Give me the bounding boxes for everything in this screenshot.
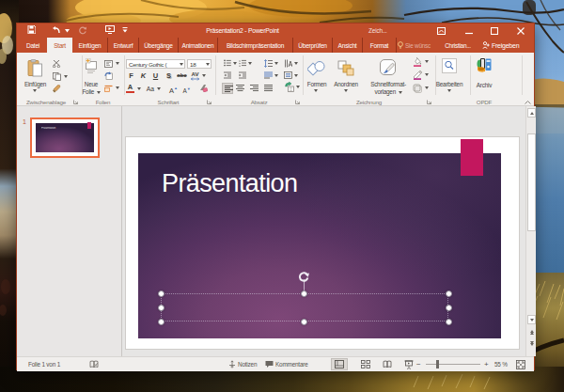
strikethrough-button[interactable]: abc <box>176 71 188 80</box>
contextual-group-label[interactable]: Zeich... <box>368 25 387 36</box>
close-icon[interactable] <box>514 24 527 38</box>
previous-slide-icon[interactable] <box>527 327 536 337</box>
resize-handle-mid-right[interactable] <box>446 305 452 311</box>
align-left-icon[interactable] <box>222 83 233 94</box>
zoom-slider-track[interactable] <box>426 364 480 365</box>
paragraph-dialog-launcher-icon[interactable] <box>295 100 300 104</box>
scrollbar-thumb[interactable] <box>527 133 536 231</box>
spacing-dropdown-icon[interactable] <box>202 74 206 77</box>
slide-canvas[interactable]: Präsentation <box>126 137 519 349</box>
font-color-dropdown-icon[interactable] <box>137 87 141 90</box>
arrange-icon[interactable] <box>337 60 354 77</box>
text-direction-icon[interactable] <box>284 59 292 68</box>
paste-dropdown-icon[interactable] <box>33 89 37 92</box>
numbering-icon[interactable] <box>239 59 246 67</box>
rotate-handle-icon[interactable] <box>298 269 309 286</box>
scroll-up-icon[interactable] <box>527 108 536 118</box>
align-center-icon[interactable] <box>236 85 244 92</box>
align-text-dropdown-icon[interactable] <box>274 74 278 77</box>
zoom-slider-thumb[interactable] <box>436 360 439 368</box>
new-slide-button[interactable]: Neue <box>75 81 107 87</box>
font-color-button[interactable]: A <box>126 84 134 93</box>
vertical-align-dropdown-icon[interactable] <box>294 74 298 77</box>
indent-increase-icon[interactable] <box>239 71 246 79</box>
customize-qat-icon[interactable] <box>122 27 128 33</box>
quick-styles-button[interactable]: Schnellformat- <box>370 81 406 87</box>
arrange-dropdown-icon[interactable] <box>344 89 348 92</box>
reset-icon[interactable] <box>104 71 113 80</box>
shape-outline-icon[interactable] <box>413 71 422 80</box>
scroll-down-icon[interactable] <box>527 315 536 324</box>
resize-handle-bottom-right[interactable] <box>446 319 452 325</box>
shapes-icon[interactable] <box>307 60 325 77</box>
align-right-icon[interactable] <box>250 85 258 92</box>
tab-ueberpruefen[interactable]: Überprüfen <box>293 38 333 53</box>
align-text-icon[interactable] <box>264 71 273 79</box>
slide-indicator[interactable]: Folie 1 von 1 <box>28 357 60 371</box>
bold-button[interactable]: F <box>127 71 135 80</box>
font-size-combobox[interactable]: 18 <box>187 59 212 69</box>
slide-thumbnail-panel[interactable]: 1 Präsentation <box>17 106 122 356</box>
save-icon[interactable] <box>27 25 36 34</box>
quick-styles-icon[interactable] <box>379 58 398 77</box>
collapse-ribbon-icon[interactable] <box>525 100 531 104</box>
italic-button[interactable]: K <box>139 71 148 80</box>
zoom-out-button[interactable]: − <box>416 357 420 371</box>
resize-handle-bottom-center[interactable] <box>301 319 307 325</box>
case-dropdown-icon[interactable] <box>157 87 161 90</box>
resize-handle-top-right[interactable] <box>446 290 452 297</box>
next-slide-icon[interactable] <box>527 338 536 349</box>
shapes-dropdown-icon[interactable] <box>314 89 318 92</box>
copy-icon[interactable] <box>53 72 61 81</box>
slide-thumbnail[interactable]: Präsentation <box>30 118 100 158</box>
tab-entwurf[interactable]: Entwurf <box>108 38 139 53</box>
text-shadow-button[interactable]: S <box>164 71 173 80</box>
spellcheck-book-icon[interactable] <box>89 357 99 371</box>
cut-scissors-icon[interactable] <box>53 60 61 68</box>
slide-editing-area[interactable]: Präsentation <box>122 106 525 356</box>
editing-button[interactable]: Bearbeiten <box>431 81 468 87</box>
font-size-dropdown-icon[interactable] <box>206 63 210 66</box>
new-slide-button-line2[interactable]: Folie <box>75 88 107 95</box>
layout-dropdown-icon[interactable] <box>116 62 119 65</box>
zoom-in-button[interactable]: + <box>484 357 488 371</box>
smartart-convert-icon[interactable] <box>285 82 294 92</box>
archive-button[interactable]: Archiv <box>466 82 502 88</box>
subtitle-placeholder[interactable] <box>161 293 448 321</box>
normal-view-icon[interactable] <box>331 358 348 370</box>
font-name-dropdown-icon[interactable] <box>180 63 183 66</box>
start-from-beginning-icon[interactable] <box>105 25 115 34</box>
section-dropdown-icon[interactable] <box>116 86 119 89</box>
minimize-icon[interactable] <box>462 24 476 38</box>
editing-dropdown-icon[interactable] <box>447 89 451 92</box>
resize-handle-bottom-left[interactable] <box>158 319 164 325</box>
tab-uebergaenge[interactable]: Übergänge <box>139 38 179 53</box>
text-direction-dropdown-icon[interactable] <box>294 62 298 65</box>
zoom-level[interactable]: 55 % <box>494 357 508 371</box>
paste-clipboard-icon[interactable] <box>27 59 43 77</box>
search-magnifier-icon[interactable] <box>442 58 457 73</box>
comments-button[interactable]: Kommentare <box>265 357 308 371</box>
grow-font-button[interactable]: A▲ <box>169 84 178 95</box>
tab-datei[interactable]: Datei <box>19 38 47 53</box>
underline-button[interactable]: U <box>151 71 160 80</box>
shape-outline-dropdown-icon[interactable] <box>425 73 429 76</box>
clear-formatting-icon[interactable] <box>198 84 208 92</box>
bullets-dropdown-icon[interactable] <box>233 62 237 65</box>
arrange-button[interactable]: Anordnen <box>326 81 366 87</box>
format-painter-icon[interactable] <box>53 85 61 93</box>
bullets-icon[interactable] <box>224 59 231 67</box>
tab-start[interactable]: Start <box>47 38 72 53</box>
redo-icon[interactable] <box>78 26 86 35</box>
tab-ansicht[interactable]: Ansicht <box>333 38 363 53</box>
tab-einfuegen[interactable]: Einfügen <box>72 38 108 53</box>
resize-handle-top-center[interactable] <box>301 290 307 297</box>
maximize-icon[interactable] <box>488 24 501 38</box>
numbering-dropdown-icon[interactable] <box>248 62 252 65</box>
line-spacing-icon[interactable] <box>264 59 273 68</box>
vertical-align-icon[interactable] <box>284 71 292 79</box>
indent-decrease-icon[interactable] <box>224 71 231 79</box>
undo-dropdown-icon[interactable] <box>65 29 70 33</box>
tellme-box[interactable]: Sie wünsc <box>398 38 431 53</box>
new-slide-icon[interactable] <box>86 58 97 74</box>
